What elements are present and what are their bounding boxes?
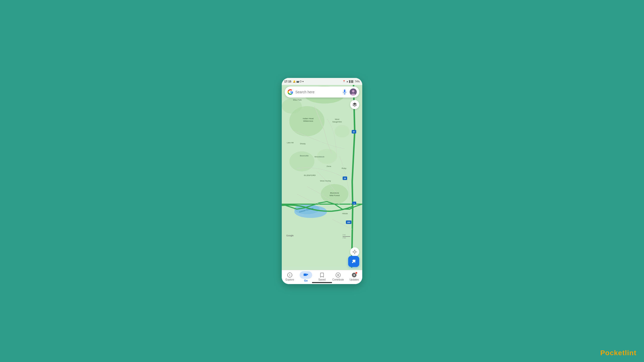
go-label: Go: [304, 279, 308, 282]
status-time: 17:15 🔔 📷 ⬡ ●: [284, 80, 304, 83]
svg-text:Wilderness: Wilderness: [303, 120, 313, 122]
svg-point-6: [289, 151, 314, 171]
svg-text:Ruby: Ruby: [342, 167, 346, 169]
google-logo-icon: [287, 89, 293, 95]
nav-item-saved[interactable]: Saved: [314, 270, 330, 283]
explore-icon-wrap: [287, 272, 293, 278]
explore-label: Explore: [286, 278, 294, 281]
contribute-label: Contribute: [332, 278, 344, 281]
svg-text:Zena: Zena: [327, 165, 331, 167]
svg-text:28: 28: [344, 177, 346, 179]
location-icon: 📍: [343, 80, 345, 83]
svg-text:West: West: [335, 118, 340, 120]
location-button[interactable]: [350, 247, 359, 256]
svg-text:87: 87: [353, 131, 355, 133]
svg-text:Google: Google: [286, 234, 294, 237]
map-svg: 28 209 87 9 Ashokan Reservoir Kaaterskil…: [282, 78, 362, 270]
battery-display: 74%: [355, 80, 360, 83]
nav-item-updates[interactable]: Updates: [346, 270, 362, 283]
go-icon: [303, 272, 309, 277]
search-bar[interactable]: [285, 86, 359, 98]
svg-point-46: [352, 90, 354, 93]
svg-text:2 mi: 2 mi: [343, 234, 345, 236]
svg-text:Shady: Shady: [300, 143, 306, 145]
svg-text:Woodstock: Woodstock: [314, 156, 325, 158]
svg-text:GLENFORD: GLENFORD: [304, 174, 316, 176]
nav-item-go[interactable]: Go: [298, 270, 314, 283]
status-bar: 17:15 🔔 📷 ⬡ ● 📍 ▲ ▌▌▌ 74%: [282, 78, 362, 85]
saved-icon-wrap: [319, 272, 325, 278]
contribute-icon: [335, 272, 341, 278]
svg-text:Hillside: Hillside: [342, 213, 348, 214]
search-input[interactable]: [295, 90, 341, 94]
notification-icons: 🔔 📷 ⬡ ●: [293, 80, 304, 83]
svg-text:Bluestone: Bluestone: [330, 192, 339, 194]
svg-point-54: [289, 275, 290, 276]
phone-frame: 17:15 🔔 📷 ⬡ ● 📍 ▲ ▌▌▌ 74%: [282, 78, 362, 284]
avatar[interactable]: [350, 88, 357, 96]
svg-text:West Hurley: West Hurley: [320, 180, 331, 182]
svg-text:Indian Head: Indian Head: [303, 117, 313, 120]
home-indicator: [312, 282, 332, 283]
updates-icon: [351, 272, 357, 278]
status-right: 📍 ▲ ▌▌▌ 74%: [343, 80, 360, 83]
mic-icon[interactable]: [341, 88, 348, 96]
svg-point-7: [335, 125, 350, 138]
saved-icon: [319, 272, 325, 278]
contribute-icon-wrap: [335, 272, 341, 278]
svg-rect-42: [344, 89, 345, 93]
map-container[interactable]: 28 209 87 9 Ashokan Reservoir Kaaterskil…: [282, 78, 362, 270]
layers-icon: [352, 102, 357, 107]
directions-icon: [351, 258, 357, 264]
updates-label: Updates: [349, 278, 359, 281]
svg-rect-55: [304, 274, 307, 276]
explore-icon: [287, 272, 293, 278]
signal-icon: ▌▌▌: [349, 80, 354, 83]
layer-button[interactable]: [350, 100, 359, 109]
svg-text:Bearsville: Bearsville: [300, 155, 309, 157]
pocketlint-watermark: Pocketlint: [600, 349, 636, 357]
svg-text:Wild Forest: Wild Forest: [330, 194, 340, 197]
svg-text:2 km: 2 km: [343, 237, 346, 239]
wifi-icon: ▲: [346, 80, 348, 83]
navigation-fab[interactable]: [348, 256, 359, 267]
updates-icon-wrap: [351, 272, 357, 278]
svg-rect-38: [343, 236, 350, 237]
svg-point-4: [321, 184, 348, 204]
time-display: 17:15: [284, 80, 291, 83]
svg-text:Elka Park: Elka Park: [293, 99, 302, 101]
pocketlint-rest: ocketlint: [605, 349, 636, 357]
go-icon-bg: [300, 271, 312, 279]
svg-text:209: 209: [347, 221, 350, 223]
nav-item-contribute[interactable]: Contribute: [330, 270, 346, 283]
nav-item-explore[interactable]: Explore: [282, 270, 298, 283]
saved-label: Saved: [318, 278, 326, 281]
svg-point-48: [354, 251, 356, 253]
svg-text:Lake Hill: Lake Hill: [287, 142, 294, 144]
location-crosshair-icon: [352, 249, 357, 254]
pocketlint-p: P: [600, 349, 605, 357]
svg-text:Saugerties: Saugerties: [332, 121, 342, 123]
